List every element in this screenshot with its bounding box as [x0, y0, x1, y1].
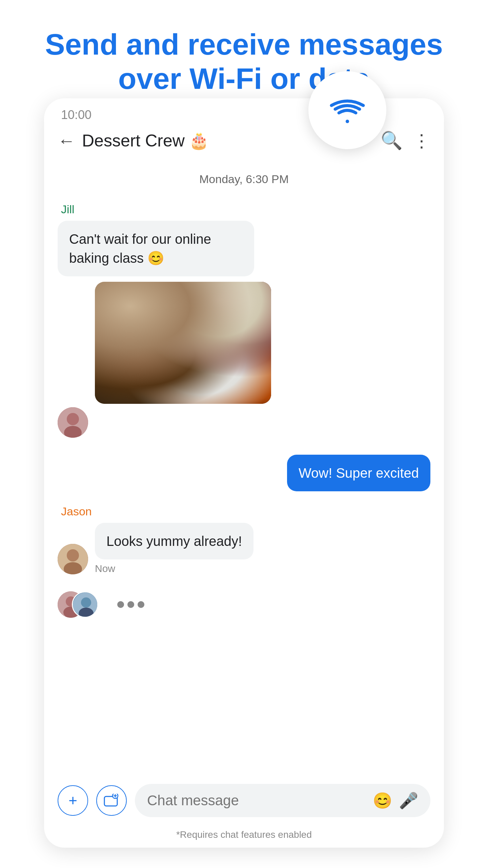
sent-message-row: Wow! Super excited: [58, 455, 430, 491]
typing-dots: [117, 601, 144, 608]
emoji-button[interactable]: 😊: [373, 791, 392, 810]
footer-note: *Requires chat features enabled: [44, 829, 444, 840]
jill-avatar-row: [58, 407, 430, 438]
typing-dot-1: [117, 601, 124, 608]
input-field-wrap[interactable]: 😊 🎤: [135, 784, 430, 817]
baking-image-bubble: [95, 282, 271, 404]
phone-frame: 10:00 ← Dessert Crew 🎂 🔍 ⋮ Monday, 6:30 …: [44, 98, 444, 848]
typing-avatars: [58, 591, 98, 618]
wifi-icon: [325, 93, 369, 128]
jason-timestamp: Now: [95, 563, 253, 574]
action-buttons: 🔍 ⋮: [381, 130, 430, 151]
jason-message-row: Looks yummy already! Now: [58, 523, 430, 574]
jill-sender-name: Jill: [61, 203, 430, 216]
typing-dot-2: [127, 601, 134, 608]
date-divider: Monday, 6:30 PM: [58, 173, 430, 186]
jill-avatar: [58, 407, 88, 438]
hero-title-line1: Send and receive messages: [45, 27, 443, 61]
app-bar: ← Dessert Crew 🎂 🔍 ⋮: [44, 122, 444, 159]
typing-avatar-2: [72, 591, 98, 618]
back-button[interactable]: ←: [58, 131, 75, 151]
add-button[interactable]: +: [58, 785, 88, 816]
sent-bubble: Wow! Super excited: [287, 455, 430, 491]
media-button[interactable]: [96, 785, 127, 816]
input-bar: + 😊 🎤: [44, 777, 444, 827]
status-time: 10:00: [61, 108, 92, 122]
jason-avatar: [58, 544, 88, 574]
typing-dot-3: [138, 601, 144, 608]
typing-row: [58, 591, 430, 618]
title-emoji: 🎂: [189, 131, 209, 150]
svg-point-10: [81, 597, 91, 608]
chat-input[interactable]: [147, 792, 366, 809]
chat-title: Dessert Crew: [82, 131, 185, 151]
jill-message-group: Jill Can't wait for our online baking cl…: [58, 203, 430, 438]
svg-point-1: [67, 413, 79, 425]
jason-message-group: Jason Looks yummy already! Now: [58, 505, 430, 574]
wifi-badge: [308, 71, 386, 149]
svg-point-4: [67, 549, 79, 561]
baking-image: [95, 282, 271, 404]
more-options-button[interactable]: ⋮: [413, 131, 430, 151]
jill-message-row: Can't wait for our online baking class 😊: [58, 221, 430, 276]
messages-area: Monday, 6:30 PM Jill Can't wait for our …: [44, 159, 444, 780]
search-button[interactable]: 🔍: [381, 130, 403, 151]
jason-bubble: Looks yummy already!: [95, 523, 253, 559]
jason-sender-name: Jason: [61, 505, 430, 518]
jill-bubble: Can't wait for our online baking class 😊: [58, 221, 254, 276]
mic-button[interactable]: 🎤: [399, 791, 418, 810]
